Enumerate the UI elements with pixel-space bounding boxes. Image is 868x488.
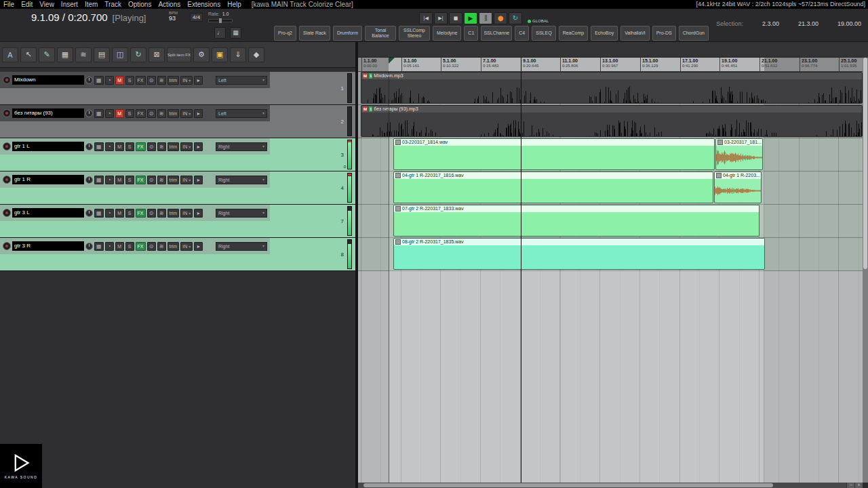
track-row[interactable]: Mixdown ▦ ◔ M S FX ⊙ ≋ trim IN ▾ ▸ Left	[0, 72, 355, 105]
solo-button[interactable]: S	[125, 109, 134, 118]
media-item[interactable]: M 1 Mixdown.mp3	[361, 72, 863, 104]
record-arm-button[interactable]	[3, 242, 11, 250]
menu-item[interactable]: Insert	[58, 0, 81, 9]
channel-select[interactable]: Left ▾	[216, 76, 267, 85]
menu-item[interactable]: Edit	[18, 0, 36, 9]
volume-knob[interactable]	[85, 143, 93, 150]
track-name[interactable]: gtr 1 L	[12, 142, 84, 151]
tool-pencil-icon[interactable]: ✎	[39, 47, 55, 62]
solo-button[interactable]: S	[125, 76, 134, 85]
media-item[interactable]: 03-220317_181...	[715, 138, 763, 170]
tool-ripple-icon[interactable]: ≋	[75, 47, 92, 62]
channel-select[interactable]: Right ▾	[216, 209, 267, 218]
fx-button[interactable]: FX	[136, 176, 146, 184]
solo-button[interactable]: S	[125, 209, 134, 218]
phase-button[interactable]: ≋	[157, 109, 166, 118]
trim-button[interactable]: trim	[167, 242, 180, 251]
trim-button[interactable]: trim	[167, 176, 180, 184]
fx-shortcut-button[interactable]: ValhallaVi	[620, 26, 650, 41]
fx-button[interactable]: FX	[136, 76, 146, 85]
pause-button[interactable]: ||	[479, 12, 492, 24]
monitor-button[interactable]: ◔	[105, 209, 114, 218]
fx-shortcut-button[interactable]: Drumform	[333, 26, 362, 41]
play-offset-button[interactable]: ▸	[194, 209, 203, 218]
mute-button[interactable]: M	[115, 142, 124, 151]
loop-start-marker[interactable]	[389, 58, 395, 64]
menu-item[interactable]: Extensions	[184, 0, 224, 9]
monitor-button[interactable]: ◔	[105, 142, 114, 151]
play-offset-button[interactable]: ▸	[194, 176, 203, 184]
envelope-button[interactable]: ⊙	[147, 242, 156, 251]
trim-button[interactable]: trim	[167, 109, 180, 118]
solo-button[interactable]: S	[125, 242, 134, 251]
media-item[interactable]: 08-gtr 2 R-220317_1835.wav	[393, 238, 765, 270]
selection-start[interactable]: 2.3.00	[762, 20, 779, 27]
channel-select[interactable]: Right ▾	[216, 176, 267, 184]
routing-button[interactable]: ▦	[94, 76, 104, 85]
menu-item[interactable]: Track	[101, 0, 125, 9]
mute-button[interactable]: M	[115, 242, 124, 251]
fx-button[interactable]: FX	[136, 242, 146, 251]
trim-button[interactable]: trim	[167, 209, 180, 218]
metronome-icon[interactable]: ♩	[214, 27, 226, 39]
tool-pointer-icon[interactable]: ↖	[20, 47, 37, 62]
horizontal-scrollbar-thumb[interactable]	[363, 483, 773, 487]
channel-select[interactable]: Right ▾	[216, 242, 267, 251]
vertical-scrollbar[interactable]	[863, 58, 868, 483]
menu-item[interactable]: View	[36, 0, 58, 9]
arrange-view[interactable]: M 1 Mixdown.mp3 M 1 без гитары (93).mp3	[358, 72, 863, 483]
fx-shortcut-button[interactable]: SSLComp Stereo	[399, 26, 430, 41]
zoom-in-button[interactable]: +	[854, 483, 863, 488]
fx-shortcut-button[interactable]: C4	[515, 26, 529, 41]
fx-shortcut-button[interactable]: Tonal Balance	[365, 26, 396, 41]
go-to-start-button[interactable]: |◀	[419, 12, 433, 24]
media-item[interactable]: 04-gtr 1 R-220317_1816.wav	[393, 171, 713, 203]
trim-button[interactable]: trim	[167, 142, 180, 151]
media-item[interactable]: 03-220317_1814.wav	[393, 138, 715, 170]
mute-button[interactable]: M	[115, 209, 124, 218]
input-button[interactable]: IN ▾	[180, 142, 193, 151]
tool-marker-icon[interactable]: ◆	[248, 47, 264, 62]
routing-button[interactable]: ▦	[94, 109, 104, 118]
fx-shortcut-button[interactable]: C1	[464, 26, 478, 41]
mute-button[interactable]: M	[115, 109, 124, 118]
menu-item[interactable]: File	[0, 0, 18, 9]
envelope-button[interactable]: ⊙	[147, 209, 156, 218]
track-name[interactable]: gtr 1 R	[12, 175, 84, 184]
tool-settings-icon[interactable]: ⚙	[193, 47, 210, 62]
stop-button[interactable]: ■	[449, 12, 462, 24]
track-name[interactable]: Mixdown	[12, 75, 84, 85]
fx-shortcut-button[interactable]: Melodyne	[433, 26, 461, 41]
tool-group-icon[interactable]: ◫	[112, 47, 128, 62]
volume-knob[interactable]	[85, 176, 93, 184]
fx-shortcut-button[interactable]: Pro-DS	[652, 26, 676, 41]
volume-knob[interactable]	[85, 209, 93, 217]
mute-button[interactable]: M	[115, 176, 124, 184]
monitor-button[interactable]: ◔	[105, 76, 114, 85]
vertical-scrollbar-thumb[interactable]	[863, 58, 867, 269]
horizontal-scrollbar[interactable]: − +	[358, 483, 863, 488]
split-item-fx-button[interactable]: Split item FX	[167, 47, 191, 62]
routing-button[interactable]: ▦	[94, 142, 104, 151]
record-arm-button[interactable]	[3, 176, 11, 184]
repeat-button[interactable]: ↻	[509, 12, 522, 24]
phase-button[interactable]: ≋	[157, 176, 166, 184]
play-offset-button[interactable]: ▸	[194, 142, 203, 151]
routing-button[interactable]: ▦	[94, 176, 104, 184]
channel-select[interactable]: Right ▾	[216, 142, 267, 151]
record-arm-button[interactable]	[3, 76, 11, 84]
zoom-out-button[interactable]: −	[846, 483, 854, 488]
monitor-button[interactable]: ◔	[105, 109, 114, 118]
tool-select-a-icon[interactable]: A	[2, 47, 18, 62]
input-button[interactable]: IN ▾	[180, 209, 193, 218]
record-arm-button[interactable]	[3, 109, 11, 117]
record-button[interactable]: ●	[494, 12, 507, 24]
track-name[interactable]: gtr 3 R	[12, 241, 84, 251]
fx-shortcut-button[interactable]: SSLChanne	[481, 26, 512, 41]
selection-length[interactable]: 19.00.00	[837, 20, 861, 27]
track-row[interactable]: gtr 1 R ▦ ◔ M S FX ⊙ ≋ trim IN ▾ ▸ Right	[0, 171, 355, 205]
fx-shortcut-button[interactable]: ReaComp	[559, 26, 589, 41]
tool-loop-icon[interactable]: ↻	[130, 47, 146, 62]
volume-knob[interactable]	[85, 110, 93, 117]
input-button[interactable]: IN ▾	[180, 176, 193, 184]
